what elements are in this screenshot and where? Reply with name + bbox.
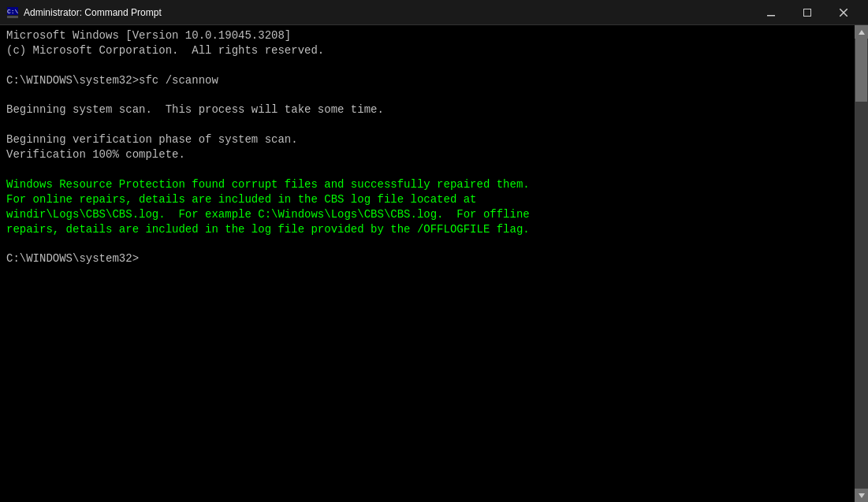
terminal-line: Verification 100% complete.: [6, 147, 848, 162]
minimize-button[interactable]: [753, 0, 789, 25]
terminal-line: (c) Microsoft Corporation. All rights re…: [6, 43, 848, 58]
cmd-icon: C:\: [6, 6, 19, 19]
maximize-button[interactable]: [789, 0, 825, 25]
svg-rect-4: [767, 15, 775, 17]
svg-rect-3: [7, 16, 18, 18]
titlebar-controls: [753, 0, 862, 25]
svg-text:C:\: C:\: [7, 8, 19, 15]
terminal-line: Beginning verification phase of system s…: [6, 132, 848, 147]
terminal-line: Windows Resource Protection found corrup…: [6, 177, 848, 192]
svg-marker-8: [859, 30, 865, 35]
scrollbar-thumb[interactable]: [855, 39, 867, 102]
svg-rect-5: [804, 9, 811, 16]
terminal-line: C:\WINDOWS\system32>sfc /scannow: [6, 73, 848, 88]
terminal-content[interactable]: Microsoft Windows [Version 10.0.19045.32…: [0, 25, 855, 502]
terminal-spacer: [6, 117, 848, 132]
close-button[interactable]: [825, 0, 862, 25]
terminal-line: Beginning system scan. This process will…: [6, 102, 848, 117]
terminal-line: For online repairs, details are included…: [6, 192, 848, 207]
terminal-spacer: [6, 58, 848, 73]
titlebar-title: Administrator: Command Prompt: [24, 7, 162, 18]
scrollbar-track[interactable]: [855, 39, 868, 489]
scrollbar-down-arrow[interactable]: [855, 489, 868, 502]
titlebar: C:\ Administrator: Command Prompt: [0, 0, 868, 25]
terminal-spacer: [6, 88, 848, 103]
scrollbar[interactable]: [855, 25, 868, 502]
terminal-line: repairs, details are included in the log…: [6, 222, 848, 237]
terminal-line: C:\WINDOWS\system32>: [6, 251, 848, 266]
terminal-line: Microsoft Windows [Version 10.0.19045.32…: [6, 28, 848, 43]
svg-marker-9: [859, 493, 865, 498]
titlebar-left: C:\ Administrator: Command Prompt: [0, 6, 162, 19]
scrollbar-up-arrow[interactable]: [855, 25, 868, 39]
terminal-line: windir\Logs\CBS\CBS.log. For example C:\…: [6, 207, 848, 222]
terminal-wrapper: Microsoft Windows [Version 10.0.19045.32…: [0, 25, 868, 502]
terminal-spacer: [6, 236, 848, 251]
terminal-spacer: [6, 162, 848, 177]
